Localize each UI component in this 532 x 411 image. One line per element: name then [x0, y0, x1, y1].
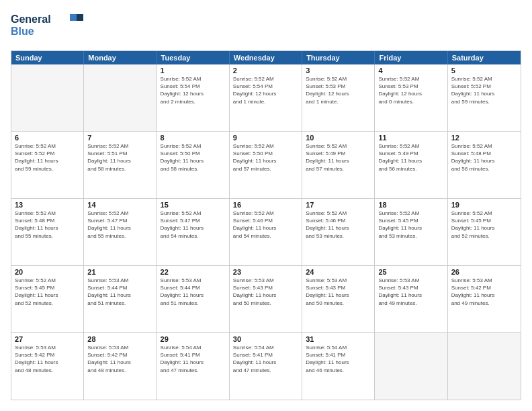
day-info: Sunrise: 5:54 AM Sunset: 5:41 PM Dayligh…	[233, 344, 298, 374]
logo: General Blue	[11, 11, 85, 44]
day-cell: 26Sunrise: 5:53 AM Sunset: 5:42 PM Dayli…	[448, 266, 521, 332]
day-number: 18	[378, 201, 443, 209]
day-number: 25	[378, 268, 443, 276]
day-number: 2	[233, 66, 298, 75]
day-info: Sunrise: 5:53 AM Sunset: 5:43 PM Dayligh…	[306, 277, 371, 307]
day-number: 14	[87, 201, 152, 209]
day-number: 10	[306, 134, 371, 142]
day-number: 6	[15, 134, 80, 142]
calendar-body: 1Sunrise: 5:52 AM Sunset: 5:54 PM Daylig…	[11, 64, 521, 400]
day-cell: 15Sunrise: 5:52 AM Sunset: 5:47 PM Dayli…	[157, 199, 230, 265]
logo-block: General Blue	[11, 11, 85, 44]
day-number: 19	[451, 201, 517, 209]
day-info: Sunrise: 5:52 AM Sunset: 5:45 PM Dayligh…	[451, 210, 517, 240]
day-info: Sunrise: 5:53 AM Sunset: 5:42 PM Dayligh…	[87, 344, 152, 374]
day-number: 11	[378, 134, 443, 142]
day-cell: 30Sunrise: 5:54 AM Sunset: 5:41 PM Dayli…	[230, 333, 302, 400]
header: General Blue	[11, 11, 521, 44]
week-row-5: 27Sunrise: 5:53 AM Sunset: 5:42 PM Dayli…	[11, 332, 521, 400]
day-cell	[84, 64, 157, 131]
day-number: 23	[233, 268, 298, 276]
day-cell: 24Sunrise: 5:53 AM Sunset: 5:43 PM Dayli…	[302, 266, 375, 332]
day-info: Sunrise: 5:52 AM Sunset: 5:47 PM Dayligh…	[87, 210, 152, 240]
day-info: Sunrise: 5:52 AM Sunset: 5:47 PM Dayligh…	[161, 210, 226, 240]
day-cell: 11Sunrise: 5:52 AM Sunset: 5:49 PM Dayli…	[375, 132, 447, 198]
day-info: Sunrise: 5:52 AM Sunset: 5:45 PM Dayligh…	[15, 277, 80, 307]
svg-marker-2	[77, 14, 83, 21]
day-number: 20	[15, 268, 80, 276]
day-cell	[375, 333, 447, 400]
day-cell	[11, 64, 84, 131]
day-header-tuesday: Tuesday	[157, 51, 230, 64]
day-number: 8	[161, 134, 226, 142]
day-info: Sunrise: 5:52 AM Sunset: 5:53 PM Dayligh…	[378, 75, 443, 105]
day-info: Sunrise: 5:52 AM Sunset: 5:51 PM Dayligh…	[87, 142, 152, 173]
day-number: 31	[306, 335, 371, 343]
day-cell: 14Sunrise: 5:52 AM Sunset: 5:47 PM Dayli…	[84, 199, 157, 265]
day-number: 26	[451, 268, 517, 276]
day-info: Sunrise: 5:53 AM Sunset: 5:44 PM Dayligh…	[161, 277, 226, 307]
day-cell: 19Sunrise: 5:52 AM Sunset: 5:45 PM Dayli…	[448, 199, 521, 265]
day-number: 27	[15, 335, 80, 343]
day-info: Sunrise: 5:52 AM Sunset: 5:52 PM Dayligh…	[451, 75, 517, 105]
day-info: Sunrise: 5:52 AM Sunset: 5:49 PM Dayligh…	[378, 142, 443, 173]
day-cell: 17Sunrise: 5:52 AM Sunset: 5:46 PM Dayli…	[302, 199, 375, 265]
day-cell: 10Sunrise: 5:52 AM Sunset: 5:49 PM Dayli…	[302, 132, 375, 198]
day-info: Sunrise: 5:52 AM Sunset: 5:46 PM Dayligh…	[306, 210, 371, 240]
day-info: Sunrise: 5:53 AM Sunset: 5:42 PM Dayligh…	[15, 344, 80, 374]
day-cell: 20Sunrise: 5:52 AM Sunset: 5:45 PM Dayli…	[11, 266, 84, 332]
day-number: 7	[87, 134, 152, 142]
day-cell: 27Sunrise: 5:53 AM Sunset: 5:42 PM Dayli…	[11, 333, 84, 400]
day-cell: 7Sunrise: 5:52 AM Sunset: 5:51 PM Daylig…	[84, 132, 157, 198]
day-info: Sunrise: 5:53 AM Sunset: 5:44 PM Dayligh…	[87, 277, 152, 307]
day-cell: 3Sunrise: 5:52 AM Sunset: 5:53 PM Daylig…	[302, 64, 375, 131]
day-number: 24	[306, 268, 371, 276]
day-info: Sunrise: 5:52 AM Sunset: 5:48 PM Dayligh…	[15, 210, 80, 240]
day-number: 17	[306, 201, 371, 209]
day-number: 13	[15, 201, 80, 209]
day-info: Sunrise: 5:53 AM Sunset: 5:43 PM Dayligh…	[378, 277, 443, 307]
day-cell: 22Sunrise: 5:53 AM Sunset: 5:44 PM Dayli…	[157, 266, 230, 332]
day-cell: 9Sunrise: 5:52 AM Sunset: 5:50 PM Daylig…	[230, 132, 302, 198]
day-info: Sunrise: 5:54 AM Sunset: 5:41 PM Dayligh…	[161, 344, 226, 374]
day-cell: 31Sunrise: 5:54 AM Sunset: 5:41 PM Dayli…	[302, 333, 375, 400]
day-number: 1	[161, 66, 226, 75]
day-info: Sunrise: 5:52 AM Sunset: 5:52 PM Dayligh…	[15, 142, 80, 173]
day-number: 21	[87, 268, 152, 276]
day-info: Sunrise: 5:52 AM Sunset: 5:54 PM Dayligh…	[233, 75, 298, 105]
day-cell: 5Sunrise: 5:52 AM Sunset: 5:52 PM Daylig…	[448, 64, 521, 131]
day-info: Sunrise: 5:52 AM Sunset: 5:45 PM Dayligh…	[378, 210, 443, 240]
day-info: Sunrise: 5:52 AM Sunset: 5:53 PM Dayligh…	[306, 75, 371, 105]
day-info: Sunrise: 5:52 AM Sunset: 5:48 PM Dayligh…	[451, 142, 517, 173]
day-info: Sunrise: 5:53 AM Sunset: 5:42 PM Dayligh…	[451, 277, 517, 307]
day-number: 12	[451, 134, 517, 142]
day-cell: 1Sunrise: 5:52 AM Sunset: 5:54 PM Daylig…	[157, 64, 230, 131]
day-cell: 12Sunrise: 5:52 AM Sunset: 5:48 PM Dayli…	[448, 132, 521, 198]
day-header-friday: Friday	[375, 51, 447, 64]
week-row-2: 6Sunrise: 5:52 AM Sunset: 5:52 PM Daylig…	[11, 131, 521, 198]
day-number: 29	[161, 335, 226, 343]
day-cell: 16Sunrise: 5:52 AM Sunset: 5:46 PM Dayli…	[230, 199, 302, 265]
day-number: 3	[306, 66, 371, 75]
day-number: 9	[233, 134, 298, 142]
day-cell: 13Sunrise: 5:52 AM Sunset: 5:48 PM Dayli…	[11, 199, 84, 265]
page: General Blue SundayMondayTuesdayWednesda…	[0, 0, 532, 411]
week-row-3: 13Sunrise: 5:52 AM Sunset: 5:48 PM Dayli…	[11, 198, 521, 265]
day-number: 16	[233, 201, 298, 209]
day-cell: 23Sunrise: 5:53 AM Sunset: 5:43 PM Dayli…	[230, 266, 302, 332]
day-number: 30	[233, 335, 298, 343]
day-number: 4	[378, 66, 443, 75]
day-cell: 6Sunrise: 5:52 AM Sunset: 5:52 PM Daylig…	[11, 132, 84, 198]
day-cell: 29Sunrise: 5:54 AM Sunset: 5:41 PM Dayli…	[157, 333, 230, 400]
day-info: Sunrise: 5:53 AM Sunset: 5:43 PM Dayligh…	[233, 277, 298, 307]
day-cell: 28Sunrise: 5:53 AM Sunset: 5:42 PM Dayli…	[84, 333, 157, 400]
day-header-wednesday: Wednesday	[230, 51, 302, 64]
day-cell: 4Sunrise: 5:52 AM Sunset: 5:53 PM Daylig…	[375, 64, 447, 131]
day-header-monday: Monday	[84, 51, 157, 64]
day-info: Sunrise: 5:52 AM Sunset: 5:50 PM Dayligh…	[233, 142, 298, 173]
day-cell: 2Sunrise: 5:52 AM Sunset: 5:54 PM Daylig…	[230, 64, 302, 131]
day-cell	[448, 333, 521, 400]
day-info: Sunrise: 5:54 AM Sunset: 5:41 PM Dayligh…	[306, 344, 371, 374]
week-row-1: 1Sunrise: 5:52 AM Sunset: 5:54 PM Daylig…	[11, 64, 521, 131]
svg-text:Blue: Blue	[11, 26, 34, 37]
